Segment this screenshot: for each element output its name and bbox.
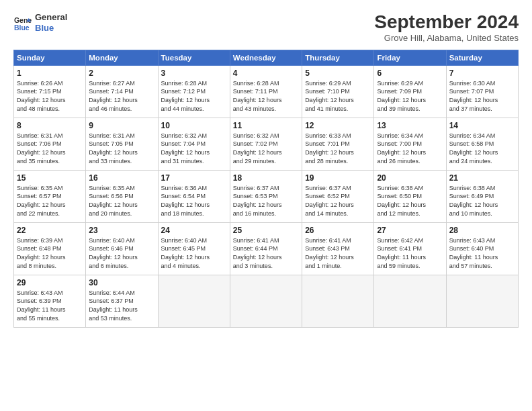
day-info: Sunrise: 6:37 AM Sunset: 6:53 PM Dayligh… [233,184,299,218]
day-number: 28 [449,226,515,235]
day-info: Sunrise: 6:44 AM Sunset: 6:37 PM Dayligh… [89,289,154,322]
month-title: September 2024 [374,12,519,33]
calendar-cell: 12Sunrise: 6:33 AM Sunset: 7:01 PM Dayli… [302,118,374,170]
calendar-cell: 5Sunrise: 6:29 AM Sunset: 7:10 PM Daylig… [302,65,374,118]
svg-text:Blue: Blue [14,23,30,31]
day-info: Sunrise: 6:28 AM Sunset: 7:12 PM Dayligh… [161,79,227,113]
day-info: Sunrise: 6:34 AM Sunset: 7:00 PM Dayligh… [377,132,443,165]
day-info: Sunrise: 6:34 AM Sunset: 6:58 PM Dayligh… [449,132,515,165]
day-number: 17 [161,173,227,183]
day-number: 16 [89,173,154,183]
day-number: 9 [89,121,154,130]
calendar-cell: 15Sunrise: 6:35 AM Sunset: 6:57 PM Dayli… [14,170,86,222]
weekday-header: Tuesday [158,50,230,65]
logo-blue: Blue [35,23,67,34]
day-number: 3 [161,68,227,78]
calendar-cell: 20Sunrise: 6:38 AM Sunset: 6:50 PM Dayli… [374,170,446,222]
weekday-header: Monday [86,50,158,65]
day-number: 6 [377,68,443,78]
calendar-cell: 7Sunrise: 6:30 AM Sunset: 7:07 PM Daylig… [446,65,518,118]
day-number: 20 [377,173,443,183]
calendar-cell: 9Sunrise: 6:31 AM Sunset: 7:05 PM Daylig… [86,118,158,170]
day-info: Sunrise: 6:29 AM Sunset: 7:09 PM Dayligh… [377,79,443,113]
calendar-cell: 1Sunrise: 6:26 AM Sunset: 7:15 PM Daylig… [14,65,86,118]
day-number: 29 [17,278,83,287]
day-number: 26 [305,226,371,235]
day-number: 2 [89,68,154,78]
day-number: 24 [161,226,227,235]
day-number: 23 [89,226,154,235]
day-number: 11 [233,121,299,130]
day-number: 22 [17,226,83,235]
calendar-page: General Blue General Blue September 2024… [0,0,532,411]
day-info: Sunrise: 6:42 AM Sunset: 6:41 PM Dayligh… [377,236,443,270]
calendar-week-row: 29Sunrise: 6:43 AM Sunset: 6:39 PM Dayli… [14,275,519,327]
calendar-cell: 28Sunrise: 6:43 AM Sunset: 6:40 PM Dayli… [446,222,518,275]
calendar-cell [158,275,230,327]
day-number: 18 [233,173,299,183]
calendar-cell: 22Sunrise: 6:39 AM Sunset: 6:48 PM Dayli… [14,222,86,275]
weekday-header: Sunday [14,50,86,65]
calendar-cell: 19Sunrise: 6:37 AM Sunset: 6:52 PM Dayli… [302,170,374,222]
day-info: Sunrise: 6:40 AM Sunset: 6:45 PM Dayligh… [161,236,227,270]
calendar-cell: 11Sunrise: 6:32 AM Sunset: 7:02 PM Dayli… [230,118,302,170]
logo-icon: General Blue [13,13,32,32]
day-info: Sunrise: 6:31 AM Sunset: 7:06 PM Dayligh… [17,132,83,165]
day-number: 12 [305,121,371,130]
day-number: 8 [17,121,83,130]
day-number: 25 [233,226,299,235]
header: General Blue General Blue September 2024… [13,12,519,43]
day-number: 19 [305,173,371,183]
day-info: Sunrise: 6:30 AM Sunset: 7:07 PM Dayligh… [449,79,515,113]
day-info: Sunrise: 6:40 AM Sunset: 6:46 PM Dayligh… [89,236,154,270]
calendar-cell [446,275,518,327]
calendar-cell: 24Sunrise: 6:40 AM Sunset: 6:45 PM Dayli… [158,222,230,275]
day-number: 1 [17,68,83,78]
title-section: September 2024 Grove Hill, Alabama, Unit… [374,12,519,43]
calendar-cell: 13Sunrise: 6:34 AM Sunset: 7:00 PM Dayli… [374,118,446,170]
day-number: 30 [89,278,154,287]
day-info: Sunrise: 6:39 AM Sunset: 6:48 PM Dayligh… [17,236,83,270]
day-info: Sunrise: 6:38 AM Sunset: 6:50 PM Dayligh… [377,184,443,218]
day-number: 27 [377,226,443,235]
day-number: 5 [305,68,371,78]
calendar-cell: 14Sunrise: 6:34 AM Sunset: 6:58 PM Dayli… [446,118,518,170]
calendar-week-row: 8Sunrise: 6:31 AM Sunset: 7:06 PM Daylig… [14,118,519,170]
calendar-cell [374,275,446,327]
calendar-cell: 2Sunrise: 6:27 AM Sunset: 7:14 PM Daylig… [86,65,158,118]
day-number: 4 [233,68,299,78]
day-info: Sunrise: 6:32 AM Sunset: 7:04 PM Dayligh… [161,132,227,165]
location: Grove Hill, Alabama, United States [374,33,519,43]
calendar-cell: 3Sunrise: 6:28 AM Sunset: 7:12 PM Daylig… [158,65,230,118]
calendar-cell: 29Sunrise: 6:43 AM Sunset: 6:39 PM Dayli… [14,275,86,327]
weekday-header-row: SundayMondayTuesdayWednesdayThursdayFrid… [14,50,519,65]
calendar-cell: 4Sunrise: 6:28 AM Sunset: 7:11 PM Daylig… [230,65,302,118]
day-info: Sunrise: 6:41 AM Sunset: 6:44 PM Dayligh… [233,236,299,270]
day-number: 10 [161,121,227,130]
day-info: Sunrise: 6:37 AM Sunset: 6:52 PM Dayligh… [305,184,371,218]
weekday-header: Wednesday [230,50,302,65]
weekday-header: Thursday [302,50,374,65]
calendar-cell: 26Sunrise: 6:41 AM Sunset: 6:43 PM Dayli… [302,222,374,275]
weekday-header: Friday [374,50,446,65]
day-number: 7 [449,68,515,78]
day-number: 15 [17,173,83,183]
calendar-week-row: 15Sunrise: 6:35 AM Sunset: 6:57 PM Dayli… [14,170,519,222]
day-number: 13 [377,121,443,130]
calendar-week-row: 1Sunrise: 6:26 AM Sunset: 7:15 PM Daylig… [14,65,519,118]
day-info: Sunrise: 6:27 AM Sunset: 7:14 PM Dayligh… [89,79,154,113]
calendar-cell: 8Sunrise: 6:31 AM Sunset: 7:06 PM Daylig… [14,118,86,170]
calendar-cell [230,275,302,327]
calendar-cell [302,275,374,327]
day-info: Sunrise: 6:43 AM Sunset: 6:39 PM Dayligh… [17,289,83,322]
calendar-week-row: 22Sunrise: 6:39 AM Sunset: 6:48 PM Dayli… [14,222,519,275]
day-info: Sunrise: 6:35 AM Sunset: 6:56 PM Dayligh… [89,184,154,218]
day-info: Sunrise: 6:29 AM Sunset: 7:10 PM Dayligh… [305,79,371,113]
calendar-cell: 25Sunrise: 6:41 AM Sunset: 6:44 PM Dayli… [230,222,302,275]
day-info: Sunrise: 6:31 AM Sunset: 7:05 PM Dayligh… [89,132,154,165]
logo: General Blue General Blue [13,12,67,33]
day-number: 21 [449,173,515,183]
day-info: Sunrise: 6:43 AM Sunset: 6:40 PM Dayligh… [449,236,515,270]
day-info: Sunrise: 6:35 AM Sunset: 6:57 PM Dayligh… [17,184,83,218]
calendar-cell: 10Sunrise: 6:32 AM Sunset: 7:04 PM Dayli… [158,118,230,170]
